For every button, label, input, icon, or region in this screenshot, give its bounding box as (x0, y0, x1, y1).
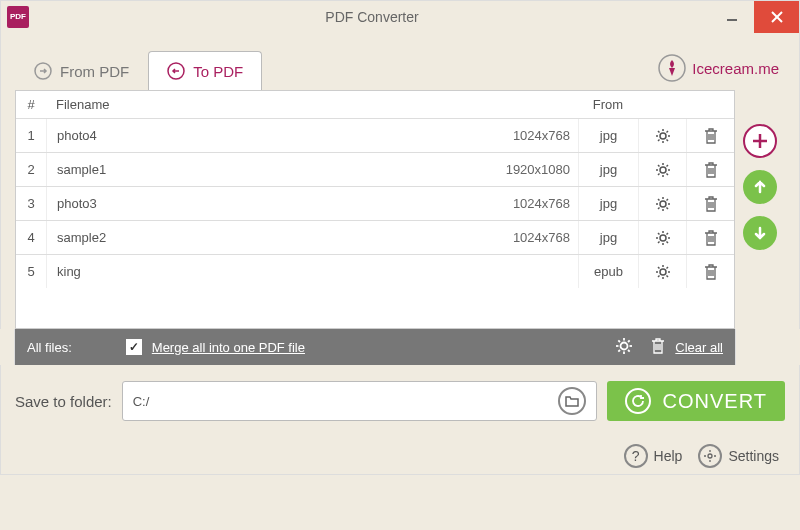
clear-all-trash-button[interactable] (651, 338, 665, 357)
tab-from-pdf[interactable]: From PDF (15, 51, 148, 90)
app-icon: PDF (7, 6, 29, 28)
gear-icon (615, 337, 633, 355)
folder-icon (565, 395, 579, 407)
merge-label[interactable]: Merge all into one PDF file (152, 340, 305, 355)
table-row[interactable]: 1 photo4 1024x768 jpg (16, 118, 734, 152)
tab-to-pdf[interactable]: To PDF (148, 51, 262, 90)
side-controls (735, 90, 785, 329)
row-resolution: 1920x1080 (468, 162, 578, 177)
row-settings-button[interactable] (653, 126, 673, 146)
close-button[interactable] (754, 1, 799, 33)
settings-button[interactable]: Settings (698, 444, 779, 468)
row-resolution: 1024x768 (468, 196, 578, 211)
gear-icon (655, 196, 671, 212)
table-row[interactable]: 2 sample1 1920x1080 jpg (16, 152, 734, 186)
gear-icon (698, 444, 722, 468)
svg-line-14 (666, 131, 668, 133)
row-delete-button[interactable] (701, 262, 721, 282)
convert-label: CONVERT (663, 390, 767, 413)
trash-icon (704, 230, 718, 246)
row-number: 4 (16, 230, 46, 245)
row-resolution: 1024x768 (468, 128, 578, 143)
svg-line-21 (666, 173, 668, 175)
all-files-label: All files: (27, 340, 72, 355)
svg-point-42 (660, 269, 666, 275)
svg-line-61 (628, 340, 630, 342)
svg-line-39 (666, 241, 668, 243)
all-settings-button[interactable] (615, 337, 633, 358)
arrow-down-icon (752, 225, 768, 241)
browse-folder-button[interactable] (558, 387, 586, 415)
save-path-input[interactable]: C:/ (122, 381, 597, 421)
row-delete-button[interactable] (701, 194, 721, 214)
merge-checkbox[interactable]: ✓ (126, 339, 142, 355)
row-number: 3 (16, 196, 46, 211)
save-path-value: C:/ (133, 394, 558, 409)
row-filename: sample1 (46, 153, 468, 186)
move-up-button[interactable] (743, 170, 777, 204)
svg-line-41 (666, 233, 668, 235)
svg-point-6 (660, 133, 666, 139)
move-down-button[interactable] (743, 216, 777, 250)
row-number: 1 (16, 128, 46, 143)
svg-line-48 (666, 275, 668, 277)
minimize-button[interactable] (709, 1, 754, 33)
svg-point-15 (660, 167, 666, 173)
gear-icon (655, 128, 671, 144)
table-row[interactable]: 5 king epub (16, 254, 734, 288)
refresh-icon (625, 388, 651, 414)
row-delete-button[interactable] (701, 228, 721, 248)
svg-line-32 (666, 199, 668, 201)
save-to-folder-label: Save to folder: (15, 393, 112, 410)
from-pdf-icon (34, 62, 52, 80)
row-from: jpg (578, 119, 638, 152)
close-icon (771, 11, 783, 23)
brand-link[interactable]: Icecream.me (658, 54, 779, 82)
to-pdf-icon (167, 62, 185, 80)
plus-icon (751, 132, 769, 150)
row-number: 5 (16, 264, 46, 279)
trash-icon (704, 128, 718, 144)
svg-line-23 (666, 165, 668, 167)
row-filename: king (46, 255, 468, 288)
table-header: # Filename From (16, 91, 734, 118)
clear-all-link[interactable]: Clear all (675, 340, 723, 355)
icecream-icon (658, 54, 686, 82)
svg-line-38 (658, 233, 660, 235)
row-settings-button[interactable] (653, 228, 673, 248)
svg-line-58 (619, 340, 621, 342)
table-row[interactable]: 3 photo3 1024x768 jpg (16, 186, 734, 220)
row-number: 2 (16, 162, 46, 177)
svg-line-30 (666, 207, 668, 209)
add-file-button[interactable] (743, 124, 777, 158)
table-row[interactable]: 4 sample2 1024x768 jpg (16, 220, 734, 254)
svg-line-31 (658, 207, 660, 209)
settings-label: Settings (728, 448, 779, 464)
title-bar: PDF PDF Converter (0, 0, 800, 32)
svg-line-11 (658, 131, 660, 133)
col-from: From (578, 97, 638, 112)
svg-line-50 (666, 267, 668, 269)
help-icon: ? (624, 444, 648, 468)
row-from: epub (578, 255, 638, 288)
brand-label: Icecream.me (692, 60, 779, 77)
row-settings-button[interactable] (653, 262, 673, 282)
convert-button[interactable]: CONVERT (607, 381, 785, 421)
gear-icon (655, 230, 671, 246)
row-filename: photo3 (46, 187, 468, 220)
svg-line-59 (628, 350, 630, 352)
row-settings-button[interactable] (653, 160, 673, 180)
row-settings-button[interactable] (653, 194, 673, 214)
file-table: # Filename From 1 photo4 1024x768 jpg 2 … (15, 90, 735, 329)
tab-bar: From PDF To PDF Icecream.me (0, 32, 800, 90)
help-button[interactable]: ? Help (624, 444, 683, 468)
trash-icon (704, 264, 718, 280)
row-from: jpg (578, 187, 638, 220)
help-label: Help (654, 448, 683, 464)
svg-point-24 (660, 201, 666, 207)
col-filename: Filename (46, 97, 468, 112)
svg-point-62 (708, 454, 712, 458)
svg-line-40 (658, 241, 660, 243)
row-delete-button[interactable] (701, 126, 721, 146)
row-delete-button[interactable] (701, 160, 721, 180)
